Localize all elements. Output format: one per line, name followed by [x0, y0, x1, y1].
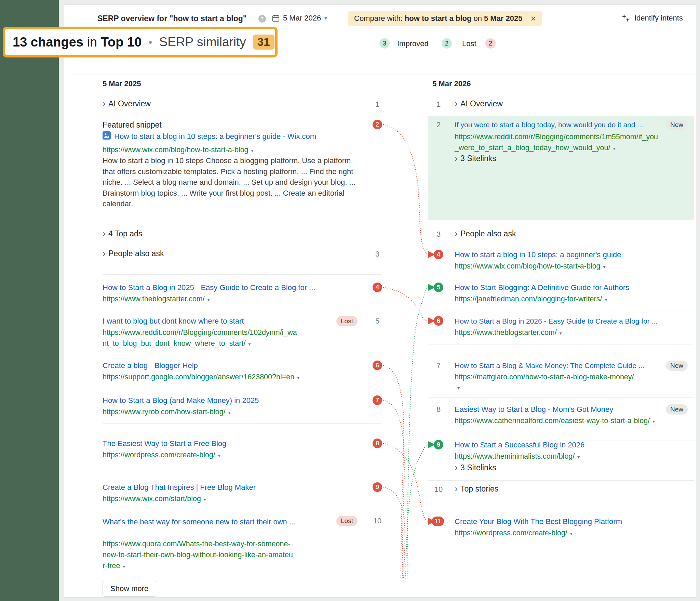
result-url-dropdown[interactable]: https://www.wix.com/blog/how-to-start-a-… [455, 261, 606, 272]
result-title-link[interactable]: Create Your Blog With The Best Blogging … [455, 517, 622, 526]
show-more-button[interactable]: Show more [103, 581, 156, 597]
position-number: 3 [434, 230, 443, 239]
compare-date: 5 Mar 2025 [484, 14, 523, 23]
result-title-link[interactable]: Create a blog - Blogger Help [103, 361, 198, 370]
right-row-people-also-ask[interactable]: › People also ask [455, 229, 516, 238]
result-url-dropdown[interactable]: https://www.wix.com/start/blog▾ [103, 493, 206, 505]
compare-prefix: Compare with: [354, 14, 403, 23]
sitelinks-toggle[interactable]: › 3 Sitelinks [455, 463, 496, 472]
position-badge-declined: 9 [373, 482, 382, 492]
lost-badge: Lost [336, 316, 358, 326]
section-label: 4 Top ads [108, 229, 142, 238]
left-column-date: 5 Mar 2025 [103, 79, 141, 88]
divider [103, 423, 381, 424]
date-picker[interactable]: 5 Mar 2026 ▾ [272, 14, 327, 23]
right-row-top-stories[interactable]: › Top stories [455, 484, 498, 494]
position-badge-declined: 2 [373, 120, 382, 129]
chevron-right-icon: › [103, 229, 106, 238]
position-badge-improved: 5 [434, 283, 443, 292]
result-title-link[interactable]: How to start a blog in 10 steps: a begin… [455, 250, 621, 259]
divider [103, 113, 381, 113]
result-title-link[interactable]: What's the best way for someone new to s… [103, 517, 301, 527]
right-column-date: 5 Mar 2026 [432, 79, 471, 88]
result-title-link[interactable]: I want to blog but dont know where to st… [103, 317, 244, 326]
result-url: https://mattgiaro.com/how-to-start-a-blo… [455, 373, 634, 381]
result-url-dropdown[interactable]: https://support.google.com/blogger/answe… [103, 371, 299, 383]
result-url: https://www.ryrob.com/how-start-blog/ [103, 408, 226, 416]
url-caret-icon: ▾ [251, 148, 254, 153]
result-title-link[interactable]: How to Start a Blog (and Make Money) in … [103, 396, 259, 405]
result-url-dropdown[interactable]: https://janefriedman.com/blogging-for-wr… [455, 293, 607, 305]
result-url-dropdown[interactable]: https://wordpress.com/create-blog/▾ [103, 449, 220, 461]
result-url-dropdown[interactable]: https://www.catherinealford.com/easiest-… [455, 415, 667, 427]
result-url-dropdown[interactable]: https://mattgiaro.com/how-to-start-a-blo… [455, 371, 634, 393]
position-number: 2 [434, 120, 443, 129]
result-url-dropdown[interactable]: https://www.theminimalists.com/blog/▾ [455, 451, 580, 462]
sitelinks-label: 3 Sitelinks [460, 463, 496, 472]
position-number: 5 [373, 317, 382, 326]
result-url-dropdown[interactable]: https://www.theblogstarter.com/▾ [455, 327, 562, 339]
divider [103, 354, 381, 354]
close-icon[interactable]: × [530, 14, 536, 23]
url-caret-icon: ▾ [218, 453, 220, 458]
result-url-dropdown[interactable]: https://www.wix.com/blog/how-to-start-a-… [103, 144, 254, 156]
sitelinks-toggle[interactable]: › 3 Sitelinks [455, 154, 496, 163]
chevron-right-icon: › [455, 484, 458, 494]
result-title-link[interactable]: How to start a blog in 10 steps: a begin… [114, 132, 316, 141]
result-title-link[interactable]: Easiest Way to Start a Blog - Mom's Got … [455, 405, 613, 414]
position-badge-declined: 8 [373, 439, 382, 448]
url-caret-icon: ▾ [297, 375, 299, 380]
chevron-right-icon: › [455, 229, 458, 238]
position-badge-declined: 4 [373, 283, 382, 292]
position-number: 10 [432, 485, 445, 494]
result-title-link[interactable]: How to Start a Successful Blog in 2026 [455, 441, 584, 449]
result-url: https://www.theminimalists.com/blog/ [455, 452, 575, 460]
result-url: https://wordpress.com/create-blog/ [103, 451, 215, 459]
result-title-link[interactable]: How to Start a Blog in 2026 - Easy Guide… [455, 317, 658, 325]
result-url: https://www.quora.com/Whats-the-best-way… [103, 540, 293, 570]
position-number: 1 [373, 100, 382, 109]
position-badge-declined: 6 [373, 361, 382, 370]
left-row-top-ads[interactable]: › 4 Top ads [103, 229, 142, 238]
result-url-dropdown[interactable]: https://www.reddit.com/r/Blogging/commen… [455, 131, 660, 154]
position-number: 1 [434, 100, 443, 109]
section-label: People also ask [460, 229, 516, 238]
result-url-dropdown[interactable]: https://www.ryrob.com/how-start-blog/▾ [103, 406, 231, 418]
result-url-dropdown[interactable]: https://www.reddit.com/r/Blogging/commen… [103, 327, 297, 350]
result-url: https://www.theblogstarter.com/ [455, 328, 557, 337]
divider [428, 501, 694, 501]
result-title-link[interactable]: If you were to start a blog today, how w… [455, 121, 643, 129]
result-url-dropdown[interactable]: https://www.quora.com/Whats-the-best-way… [103, 538, 294, 572]
url-caret-icon: ▾ [560, 330, 562, 336]
left-row-people-also-ask[interactable]: › People also ask [103, 249, 164, 258]
compare-chip[interactable]: Compare with: how to start a blog on 5 M… [348, 11, 542, 26]
new-badge: New [666, 120, 688, 130]
identify-intents-label: Identify intents [634, 14, 683, 23]
chevron-right-icon: › [103, 249, 106, 258]
result-url: https://janefriedman.com/blogging-for-wr… [455, 295, 602, 303]
result-url-dropdown[interactable]: https://wordpress.com/create-blog/▾ [455, 527, 573, 539]
result-title-link[interactable]: How to Start a Blog & Make Money: The Co… [455, 362, 644, 370]
position-number: 10 [371, 517, 383, 525]
right-row-ai-overview[interactable]: › AI Overview [455, 99, 503, 108]
date-picker-value: 5 Mar 2026 [283, 14, 321, 23]
help-icon[interactable]: ? [258, 15, 266, 23]
chevron-down-icon: ▾ [324, 15, 327, 21]
url-caret-icon: ▾ [228, 410, 231, 415]
divider [103, 274, 381, 275]
serp-similarity-label: SERP similarity [159, 35, 246, 49]
chevron-right-icon: › [455, 99, 458, 108]
result-title-link[interactable]: How to Start Blogging: A Definitive Guid… [455, 283, 629, 292]
changes-in-word: in [83, 35, 101, 49]
divider [103, 466, 381, 466]
help-glyph: ? [261, 16, 264, 22]
left-row-ai-overview[interactable]: › AI Overview [103, 99, 151, 108]
result-title-link[interactable]: How to Start a Blog in 2025 - Easy Guide… [103, 283, 315, 292]
result-url-dropdown[interactable]: https://www.theblogstarter.com/▾ [103, 293, 210, 305]
header-divider [72, 75, 694, 75]
result-title-link[interactable]: Create a Blog That Inspires | Free Blog … [103, 483, 256, 492]
result-title-link[interactable]: The Easiest Way to Start a Free Blog [103, 439, 226, 448]
position-number: 7 [434, 361, 443, 370]
identify-intents-button[interactable]: Identify intents [621, 14, 683, 23]
changes-summary: 13 changes in Top 10 [13, 35, 142, 50]
